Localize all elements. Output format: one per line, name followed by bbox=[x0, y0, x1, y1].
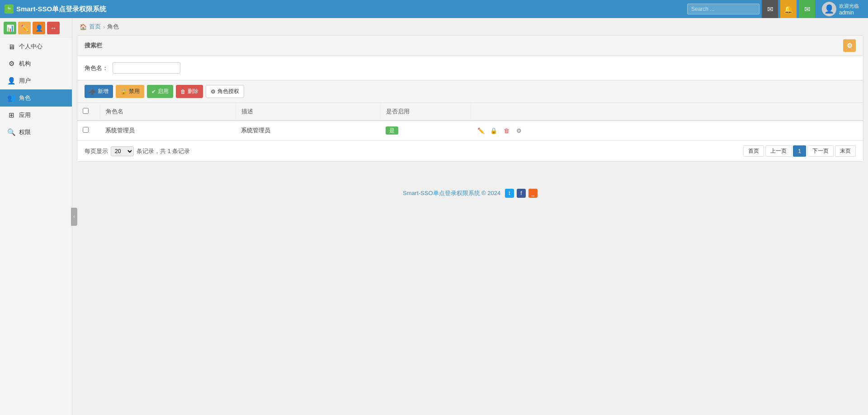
brand-icon: 🍃 bbox=[5, 5, 14, 14]
current-page-btn[interactable]: 1 bbox=[793, 145, 806, 157]
avatar: 👤 bbox=[822, 2, 836, 16]
sidebar-collapse-btn[interactable]: ‹ bbox=[71, 208, 77, 226]
navbar: 🍃 Smart-SSO单点登录权限系统 ✉ 🔔 ✉ 👤 欢迎光临 admin bbox=[0, 0, 868, 18]
last-page-btn[interactable]: 末页 bbox=[835, 145, 856, 157]
add-button[interactable]: ➕ 新增 bbox=[85, 85, 113, 98]
assign-button[interactable]: ⚙ 角色授权 bbox=[206, 85, 244, 98]
roles-icon: 👥 bbox=[7, 94, 15, 102]
sidebar-item-personal-label: 个人中心 bbox=[19, 42, 42, 51]
sidebar-menu: 🖥 个人中心 ⚙ 机构 👤 用户 👥 角色 ⊞ 应用 🔍 权限 bbox=[0, 38, 72, 141]
search-bar-section: 搜索栏 ⚙ bbox=[77, 36, 863, 56]
disable-button[interactable]: 🔒 禁用 bbox=[116, 85, 144, 98]
email-icon-btn[interactable]: ✉ bbox=[799, 0, 815, 18]
sidebar-item-permissions-label: 权限 bbox=[19, 128, 31, 136]
message-icon-btn[interactable]: ✉ bbox=[762, 0, 778, 18]
users-icon: 👤 bbox=[7, 77, 15, 85]
pagination-left: 每页显示 20 50 100 条记录，共 1 条记录 bbox=[85, 146, 190, 156]
main-content: 🏠 首页 › 角色 搜索栏 ⚙ 角色名： ➕ 新增 bbox=[72, 18, 868, 415]
home-icon: 🏠 bbox=[80, 23, 87, 30]
layout: 📊 ✏️ 👤 ↔ 🖥 个人中心 ⚙ 机构 👤 用户 👥 角色 bbox=[0, 18, 868, 415]
sidebar-item-users-label: 用户 bbox=[19, 77, 31, 85]
footer-icons: t f ⎯ bbox=[505, 189, 538, 198]
org-icon: ⚙ bbox=[7, 60, 15, 68]
records-label: 条记录，共 1 条记录 bbox=[137, 147, 190, 155]
add-icon: ➕ bbox=[89, 89, 96, 95]
footer: Smart-SSO单点登录权限系统 © 2024 t f ⎯ bbox=[72, 180, 868, 207]
row-actions: ✏️ 🔒 🗑 ⚙ bbox=[476, 126, 858, 135]
row-check-cell bbox=[77, 121, 100, 140]
lock-row-icon[interactable]: 🔒 bbox=[489, 126, 499, 135]
user-tool-btn[interactable]: 👤 bbox=[33, 22, 45, 34]
trash-icon: 🗑 bbox=[180, 89, 186, 95]
sidebar-item-apps-label: 应用 bbox=[19, 111, 31, 119]
col-check-header bbox=[77, 103, 100, 121]
share-tool-btn[interactable]: ↔ bbox=[47, 22, 60, 34]
select-all-checkbox[interactable] bbox=[83, 108, 89, 114]
row-enabled-cell: 是 bbox=[380, 121, 471, 140]
search-form: 角色名： bbox=[77, 56, 863, 80]
sidebar: 📊 ✏️ 👤 ↔ 🖥 个人中心 ⚙ 机构 👤 用户 👥 角色 bbox=[0, 18, 72, 415]
breadcrumb-home[interactable]: 首页 bbox=[89, 23, 101, 31]
user-menu[interactable]: 👤 欢迎光临 admin bbox=[817, 2, 863, 16]
admin-label: admin bbox=[839, 9, 859, 16]
sidebar-item-org-label: 机构 bbox=[19, 60, 31, 68]
row-checkbox[interactable] bbox=[83, 127, 89, 133]
breadcrumb-sep: › bbox=[103, 23, 105, 30]
breadcrumb: 🏠 首页 › 角色 bbox=[72, 18, 868, 35]
sidebar-item-users[interactable]: 👤 用户 bbox=[0, 72, 72, 89]
role-table: 角色名 描述 是否启用 系统管理员 系统管理员 bbox=[77, 103, 863, 140]
sidebar-item-roles[interactable]: 👥 角色 bbox=[0, 89, 72, 107]
enable-button[interactable]: ✔ 启用 bbox=[147, 85, 173, 98]
sidebar-toolbar: 📊 ✏️ 👤 ↔ bbox=[0, 18, 72, 38]
action-bar: ➕ 新增 🔒 禁用 ✔ 启用 🗑 删除 ⚙ 角色授权 bbox=[77, 80, 863, 103]
delete-row-icon[interactable]: 🗑 bbox=[501, 126, 511, 135]
footer-text: Smart-SSO单点登录权限系统 © 2024 bbox=[403, 190, 500, 196]
col-rolename-header: 角色名 bbox=[100, 103, 236, 121]
sidebar-item-permissions[interactable]: 🔍 权限 bbox=[0, 124, 72, 141]
table-row: 系统管理员 系统管理员 是 ✏️ 🔒 🗑 ⚙ bbox=[77, 121, 863, 140]
permissions-icon: 🔍 bbox=[7, 128, 15, 136]
twitter-icon[interactable]: t bbox=[505, 189, 514, 198]
row-rolename-cell: 系统管理员 bbox=[100, 121, 236, 140]
nav-username-area: 欢迎光临 admin bbox=[839, 3, 859, 16]
check-icon: ✔ bbox=[151, 89, 156, 95]
sidebar-item-apps[interactable]: ⊞ 应用 bbox=[0, 107, 72, 124]
sidebar-item-personal[interactable]: 🖥 个人中心 bbox=[0, 38, 72, 55]
prev-page-btn[interactable]: 上一页 bbox=[765, 145, 792, 157]
content-card: 搜索栏 ⚙ 角色名： ➕ 新增 🔒 禁用 ✔ 启用 bbox=[77, 35, 863, 162]
navbar-brand: 🍃 Smart-SSO单点登录权限系统 bbox=[5, 5, 687, 14]
delete-button[interactable]: 🗑 删除 bbox=[176, 85, 203, 98]
breadcrumb-current: 角色 bbox=[107, 23, 119, 31]
first-page-btn[interactable]: 首页 bbox=[743, 145, 764, 157]
edit-row-icon[interactable]: ✏️ bbox=[476, 126, 486, 135]
setting-row-icon[interactable]: ⚙ bbox=[514, 126, 524, 135]
gear-icon: ⚙ bbox=[211, 89, 216, 95]
notification-icon-btn[interactable]: 🔔 bbox=[780, 0, 797, 18]
role-name-label: 角色名： bbox=[85, 64, 108, 72]
col-desc-header: 描述 bbox=[236, 103, 380, 121]
col-enabled-header: 是否启用 bbox=[380, 103, 471, 121]
facebook-icon[interactable]: f bbox=[517, 189, 526, 198]
sidebar-item-org[interactable]: ⚙ 机构 bbox=[0, 55, 72, 72]
search-bar-settings-btn[interactable]: ⚙ bbox=[843, 39, 856, 52]
search-bar-title: 搜索栏 bbox=[85, 42, 102, 50]
navbar-right: ✉ 🔔 ✉ 👤 欢迎光临 admin bbox=[687, 0, 863, 18]
row-action-cell: ✏️ 🔒 🗑 ⚙ bbox=[471, 121, 863, 140]
chart-tool-btn[interactable]: 📊 bbox=[4, 22, 16, 34]
edit-tool-btn[interactable]: ✏️ bbox=[18, 22, 31, 34]
pagination-bar: 每页显示 20 50 100 条记录，共 1 条记录 首页 上一页 1 下一页 … bbox=[77, 140, 863, 161]
personal-icon: 🖥 bbox=[7, 43, 15, 51]
next-page-btn[interactable]: 下一页 bbox=[807, 145, 834, 157]
per-page-label: 每页显示 bbox=[85, 147, 108, 155]
welcome-text: 欢迎光临 bbox=[839, 3, 859, 9]
global-search-input[interactable] bbox=[687, 4, 760, 14]
rss-icon[interactable]: ⎯ bbox=[528, 189, 538, 198]
per-page-select[interactable]: 20 50 100 bbox=[111, 146, 134, 156]
lock-icon: 🔒 bbox=[120, 89, 127, 95]
row-desc-cell: 系统管理员 bbox=[236, 121, 380, 140]
sidebar-item-roles-label: 角色 bbox=[19, 94, 31, 102]
role-name-input[interactable] bbox=[113, 62, 180, 74]
pagination-right: 首页 上一页 1 下一页 末页 bbox=[743, 145, 856, 157]
col-action-header bbox=[471, 103, 863, 121]
apps-icon: ⊞ bbox=[7, 111, 15, 119]
